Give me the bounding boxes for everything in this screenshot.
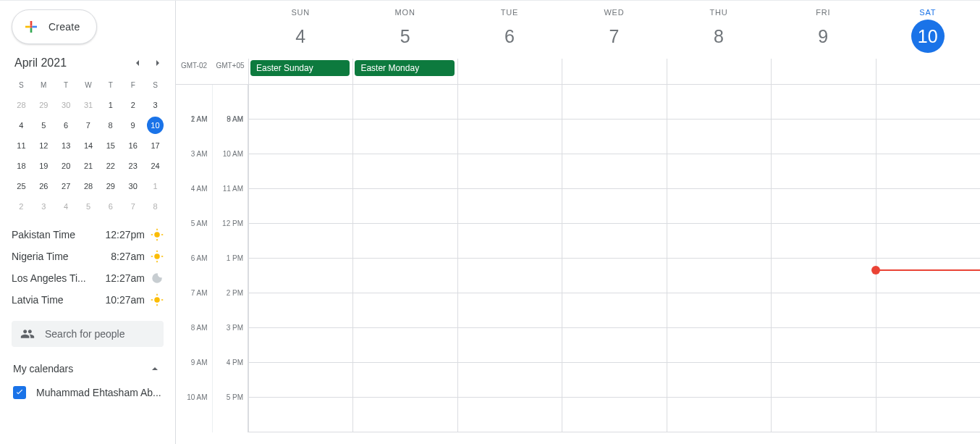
mini-cal-day[interactable]: 4 xyxy=(10,115,33,135)
allday-cell[interactable]: Easter Monday xyxy=(352,59,457,85)
mini-cal-day[interactable]: 1 xyxy=(99,95,122,115)
day-header[interactable]: SUN4 xyxy=(248,1,352,59)
allday-cell[interactable]: Easter Sunday xyxy=(248,59,352,85)
world-clock[interactable]: Nigeria Time8:27am xyxy=(9,246,166,267)
allday-cell[interactable] xyxy=(876,59,980,85)
chevron-right-icon[interactable] xyxy=(151,56,165,70)
mini-cal-day[interactable]: 6 xyxy=(55,115,77,135)
world-clock-name: Latvia Time xyxy=(12,294,101,306)
calendar-checkbox[interactable] xyxy=(13,386,26,399)
hour-label: 10 AM xyxy=(176,393,208,428)
world-clock-name: Pakistan Time xyxy=(12,229,101,240)
day-header-row: SUN4MON5TUE6WED7THU8FRI9SAT10 xyxy=(176,1,980,59)
day-header[interactable]: SAT10 xyxy=(876,1,980,59)
my-calendars-header[interactable]: My calendars xyxy=(9,347,166,383)
hour-label: 2 AM xyxy=(176,115,208,150)
grid-day-column[interactable] xyxy=(667,85,771,432)
world-clock[interactable]: Latvia Time10:27am xyxy=(9,289,166,311)
mini-cal-day[interactable]: 5 xyxy=(77,196,100,217)
day-header[interactable]: MON5 xyxy=(352,1,457,59)
mini-cal-day[interactable]: 3 xyxy=(33,196,55,217)
allday-cell[interactable] xyxy=(457,59,562,85)
allday-cell[interactable] xyxy=(667,59,771,85)
mini-cal-day[interactable]: 19 xyxy=(33,156,55,176)
grid-day-column[interactable] xyxy=(771,85,875,432)
mini-cal-day[interactable]: 15 xyxy=(99,135,122,156)
mini-cal-day[interactable]: 30 xyxy=(122,176,144,196)
mini-cal-day[interactable]: 8 xyxy=(144,196,166,217)
day-number: 4 xyxy=(284,20,317,53)
calendar-row[interactable]: Muhammad Ehtasham Ab... xyxy=(9,383,166,402)
allday-cell[interactable] xyxy=(771,59,875,85)
grid-day-column[interactable] xyxy=(457,85,562,432)
mini-cal-day[interactable]: 7 xyxy=(77,115,99,135)
mini-cal-dow: S xyxy=(10,75,33,95)
mini-cal-day[interactable]: 2 xyxy=(10,196,33,217)
mini-cal-day[interactable]: 14 xyxy=(77,135,100,156)
mini-cal-day[interactable]: 26 xyxy=(33,176,55,196)
day-of-week: SUN xyxy=(248,8,352,17)
mini-cal-day[interactable]: 30 xyxy=(55,95,77,115)
mini-cal-day[interactable]: 7 xyxy=(122,196,144,217)
mini-cal-day[interactable]: 1 xyxy=(144,176,166,196)
day-header[interactable]: TUE6 xyxy=(457,1,562,59)
day-header[interactable]: WED7 xyxy=(562,1,666,59)
svg-point-0 xyxy=(154,232,160,238)
world-clock[interactable]: Los Angeles Ti...12:27am xyxy=(9,267,166,289)
mini-cal-day[interactable]: 28 xyxy=(77,176,100,196)
sun-icon xyxy=(151,228,164,241)
grid-day-column[interactable] xyxy=(562,85,666,432)
mini-cal-day[interactable]: 3 xyxy=(144,95,166,115)
hour-label: 2 PM xyxy=(213,289,244,324)
mini-cal-day[interactable]: 11 xyxy=(10,135,33,156)
world-clock[interactable]: Pakistan Time12:27pm xyxy=(9,224,166,246)
grid-day-column[interactable] xyxy=(876,85,980,432)
create-button[interactable]: Create xyxy=(12,9,97,44)
mini-cal-day[interactable]: 25 xyxy=(10,176,33,196)
mini-cal-day[interactable]: 23 xyxy=(122,156,144,176)
mini-cal-day[interactable]: 16 xyxy=(122,135,144,156)
allday-event[interactable]: Easter Monday xyxy=(355,60,454,76)
mini-cal-day[interactable]: 4 xyxy=(55,196,77,217)
mini-cal-day[interactable]: 20 xyxy=(55,156,77,176)
sun-icon xyxy=(151,250,164,263)
grid-day-column[interactable] xyxy=(352,85,457,432)
mini-cal-day[interactable]: 9 xyxy=(122,115,144,135)
mini-cal-day[interactable]: 8 xyxy=(99,115,122,135)
hour-label: 4 PM xyxy=(213,359,244,393)
mini-cal-day[interactable]: 5 xyxy=(33,115,55,135)
day-header[interactable]: THU8 xyxy=(667,1,771,59)
mini-cal-day[interactable]: 28 xyxy=(10,95,33,115)
day-header[interactable]: FRI9 xyxy=(771,1,875,59)
search-placeholder: Search for people xyxy=(45,328,125,340)
day-of-week: MON xyxy=(352,8,457,17)
mini-cal-day[interactable]: 17 xyxy=(144,135,166,156)
mini-cal-day[interactable]: 24 xyxy=(144,156,166,176)
mini-cal-day[interactable]: 21 xyxy=(77,156,100,176)
mini-cal-day[interactable]: 10 xyxy=(147,117,164,134)
allday-event[interactable]: Easter Sunday xyxy=(250,60,350,76)
hour-label: 7 AM xyxy=(176,289,208,324)
mini-cal-day[interactable]: 22 xyxy=(99,156,122,176)
search-people[interactable]: Search for people xyxy=(12,321,164,347)
mini-cal-day[interactable]: 31 xyxy=(77,95,100,115)
mini-cal-day[interactable]: 6 xyxy=(99,196,122,217)
people-icon xyxy=(20,327,35,341)
mini-cal-day[interactable]: 18 xyxy=(10,156,33,176)
mini-cal-day[interactable]: 29 xyxy=(99,176,122,196)
mini-cal-day[interactable]: 13 xyxy=(55,135,77,156)
mini-cal-day[interactable]: 2 xyxy=(122,95,144,115)
plus-icon xyxy=(22,18,40,35)
svg-point-10 xyxy=(154,297,160,303)
calendar-name: Muhammad Ehtasham Ab... xyxy=(36,387,161,398)
mini-cal-dow: S xyxy=(144,75,166,95)
svg-point-5 xyxy=(154,254,160,259)
mini-cal-day[interactable]: 29 xyxy=(33,95,55,115)
mini-cal-day[interactable]: 27 xyxy=(55,176,77,196)
grid-day-column[interactable] xyxy=(248,85,352,432)
day-of-week: FRI xyxy=(771,8,875,17)
allday-cell[interactable] xyxy=(562,59,666,85)
world-clock-time: 10:27am xyxy=(106,294,145,306)
chevron-left-icon[interactable] xyxy=(130,56,145,70)
mini-cal-day[interactable]: 12 xyxy=(33,135,55,156)
